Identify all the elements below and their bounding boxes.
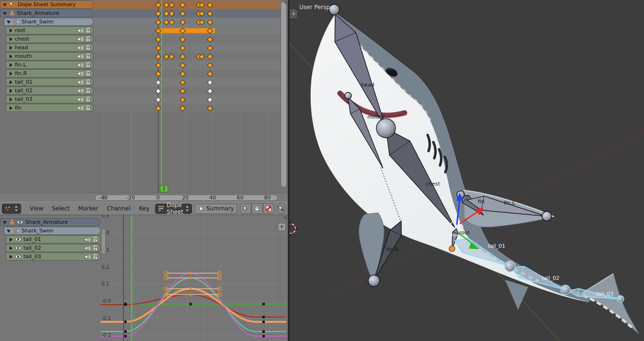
graph-curve-area[interactable] [101,215,288,341]
expand-right-icon[interactable] [8,54,13,59]
graph-channel-tail_03[interactable]: tail_03 [6,253,101,261]
curve-key[interactable] [262,335,265,337]
visibility-eye-icon[interactable] [15,237,22,242]
search-button[interactable] [277,203,285,214]
channel-tail_03[interactable]: tail_03 [6,95,93,103]
curve-key[interactable] [124,330,127,333]
bone-joint-sphere[interactable] [345,92,351,99]
selected-curve-key[interactable] [189,287,192,290]
expand-down-icon[interactable] [2,2,7,7]
ghost-button[interactable] [251,203,263,214]
expand-right-icon[interactable] [8,237,13,242]
channel-tail_02[interactable]: tail_02 [6,87,93,95]
mute-speaker-icon[interactable] [77,97,83,102]
mute-speaker-icon[interactable] [77,79,83,85]
graph-channel-tail_02[interactable]: tail_02 [6,244,101,252]
channel-fin.R[interactable]: fin.R [6,69,93,77]
menu-key[interactable]: Key [136,205,152,212]
menu-marker[interactable]: Marker [76,205,101,212]
mute-speaker-icon[interactable] [77,45,83,51]
expand-right-icon[interactable] [8,254,13,259]
mute-speaker-icon[interactable] [77,105,83,111]
expand-right-icon[interactable] [8,80,13,85]
menu-select[interactable]: Select [49,205,72,212]
bone-joint-sphere[interactable] [542,211,552,221]
curve-key[interactable] [262,303,265,305]
mute-speaker-icon[interactable] [77,28,83,33]
expand-right-icon[interactable] [8,37,13,42]
editor-type-button[interactable] [2,204,21,214]
mode-dropdown[interactable]: Dope Sheet [155,204,192,214]
mute-speaker-icon[interactable] [77,71,83,77]
lock-icon[interactable] [85,53,91,59]
bone-joint-sphere[interactable] [329,4,339,15]
lock-icon[interactable] [85,70,91,77]
channel-head[interactable]: head [6,44,93,52]
bone-joint-sphere[interactable] [376,119,395,138]
dope-sheet-timeline-ruler[interactable]: -40-20020406080 [0,193,288,202]
expand-down-icon[interactable] [2,11,7,16]
graph-vertical-scrollbar[interactable] [101,229,106,254]
graph-channel-Shark_Swim[interactable]: Shark_Swim [4,227,101,235]
menu-channel[interactable]: Channel [104,205,133,212]
current-frame-indicator[interactable]: 2 [160,185,168,192]
curve-key[interactable] [190,303,192,305]
channel-chest[interactable]: chest [6,35,93,43]
mute-speaker-icon[interactable] [84,254,90,260]
curve-key[interactable] [262,320,265,323]
dope-sheet-key-area[interactable] [93,0,281,193]
expand-right-icon[interactable] [8,28,13,33]
expand-down-icon[interactable] [6,20,11,24]
lock-icon[interactable] [92,245,98,251]
curve-key[interactable] [124,320,127,323]
lock-icon[interactable] [85,62,91,68]
mute-speaker-icon[interactable] [77,88,83,94]
expand-right-icon[interactable] [8,71,13,76]
selected-curve-key[interactable] [189,277,192,279]
channel-mouth[interactable]: mouth [6,52,93,60]
curve-key[interactable] [262,330,265,333]
lock-icon[interactable] [85,88,91,94]
bone-joint-sphere[interactable] [617,296,624,302]
lock-icon[interactable] [85,96,91,102]
channel-fin[interactable]: fin [6,104,93,112]
selected-curve-key[interactable] [189,293,192,296]
lock-icon[interactable] [85,105,91,111]
dope-sheet-vertical-scrollbar[interactable] [281,1,287,187]
curve-key[interactable] [124,335,127,337]
lock-icon[interactable] [85,79,91,85]
channel-Shark_Armature[interactable]: Shark_Armature [0,9,93,17]
mute-speaker-icon[interactable] [77,62,83,68]
expand-down-icon[interactable] [2,220,7,225]
channel-tail_01[interactable]: tail_01 [6,78,93,86]
mute-speaker-icon[interactable] [77,54,83,59]
lifebuoy-button[interactable] [263,203,274,214]
bone-joint-sphere[interactable] [449,246,455,252]
expand-right-icon[interactable] [8,246,13,251]
channel-fin.L[interactable]: fin.L [6,61,93,69]
viewport-3d[interactable]: + User Persp headmouthchestfinfin.Lrootf… [290,0,644,341]
lock-icon[interactable] [92,253,98,260]
curve-key[interactable] [124,303,127,306]
visibility-eye-icon[interactable] [17,220,23,225]
visibility-eye-icon[interactable] [15,254,22,259]
expand-right-icon[interactable] [8,45,13,50]
mute-speaker-icon[interactable] [84,237,90,242]
fcurve-red-channel[interactable] [101,295,286,317]
lock-icon[interactable] [85,44,91,51]
graph-resize-corner-icon[interactable] [282,216,287,221]
graph-properties-toggle[interactable]: + [278,223,286,231]
viewport-region-plus-tab[interactable]: + [290,10,297,18]
visibility-eye-icon[interactable] [15,245,22,251]
bone-joint-sphere[interactable] [561,285,570,295]
graph-channel-Shark_Armature[interactable]: Shark_Armature [0,218,101,226]
resize-corner-icon[interactable] [282,0,287,6]
expand-right-icon[interactable] [8,88,13,93]
expand-down-icon[interactable] [6,229,11,233]
bone-joint-sphere[interactable] [505,261,515,272]
expand-right-icon[interactable] [8,97,13,102]
channel-Dope Sheet Summary[interactable]: Dope Sheet Summary [0,0,93,9]
summary-filter-toggle[interactable]: Summary [195,204,237,214]
channel-root[interactable]: root [6,26,93,34]
bone-joint-sphere[interactable] [368,275,380,286]
